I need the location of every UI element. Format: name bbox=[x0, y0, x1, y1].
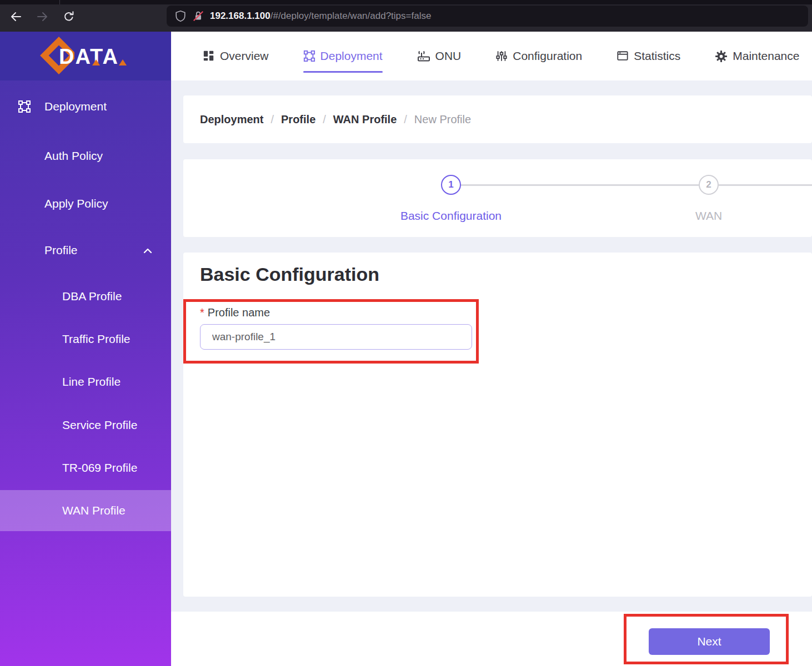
nav-tab-deployment[interactable]: Deployment bbox=[303, 32, 383, 80]
logo-text: DATA bbox=[59, 45, 119, 69]
url-host: 192.168.1.100 bbox=[210, 11, 270, 21]
breadcrumb-separator: / bbox=[270, 113, 274, 126]
sidebar-item-profile[interactable]: Profile bbox=[0, 238, 171, 263]
stepper-connector bbox=[719, 184, 812, 186]
shield-icon[interactable] bbox=[174, 10, 187, 22]
url-path: /#/deploy/template/wan/add?tips=false bbox=[270, 11, 432, 21]
nav-tab-onu[interactable]: ONU bbox=[417, 32, 462, 80]
back-arrow-icon bbox=[9, 10, 23, 23]
top-navigation: Overview Deployment bbox=[171, 32, 812, 80]
nav-tab-statistics[interactable]: Statistics bbox=[616, 32, 680, 80]
step-2-circle: 2 bbox=[699, 175, 719, 195]
sidebar-item-line-profile[interactable]: Line Profile bbox=[0, 370, 171, 394]
deployment-frame-icon bbox=[18, 100, 31, 113]
breadcrumb-separator: / bbox=[323, 113, 326, 126]
breadcrumb-separator: / bbox=[404, 113, 407, 126]
step-2-label: WAN bbox=[642, 209, 775, 223]
next-button[interactable]: Next bbox=[649, 628, 770, 655]
breadcrumb-item-wan-profile[interactable]: WAN Profile bbox=[333, 113, 397, 126]
back-button[interactable] bbox=[8, 8, 24, 25]
brand-header: DATA bbox=[0, 32, 171, 80]
forward-button[interactable] bbox=[34, 8, 51, 25]
nav-tab-maintenance[interactable]: Maintenance bbox=[715, 32, 799, 80]
app-window: 192.168.1.100/#/deploy/template/wan/add?… bbox=[0, 0, 812, 666]
onu-router-icon bbox=[417, 49, 430, 63]
reload-icon bbox=[62, 10, 76, 23]
profile-name-input[interactable] bbox=[200, 324, 472, 350]
sidebar-item-service-profile[interactable]: Service Profile bbox=[0, 413, 171, 437]
nav-tab-configuration[interactable]: Configuration bbox=[495, 32, 582, 80]
sidebar-item-apply-policy[interactable]: Apply Policy bbox=[0, 191, 171, 216]
step-1-label: Basic Configuration bbox=[384, 209, 518, 223]
breadcrumb: Deployment / Profile / WAN Profile / New… bbox=[183, 95, 812, 143]
sidebar-item-wan-profile[interactable]: WAN Profile bbox=[0, 498, 171, 523]
sidebar-item-deployment[interactable]: Deployment bbox=[0, 94, 171, 119]
breadcrumb-item-deployment[interactable]: Deployment bbox=[200, 113, 263, 126]
breadcrumb-item-new-profile: New Profile bbox=[414, 113, 471, 126]
cdata-logo: DATA bbox=[42, 34, 131, 78]
page-title: Basic Configuration bbox=[200, 264, 379, 285]
statistics-window-icon bbox=[616, 50, 629, 62]
step-1-circle: 1 bbox=[441, 175, 461, 195]
logo-triangle-icon bbox=[119, 59, 127, 65]
chevron-up-icon bbox=[142, 245, 153, 256]
wizard-stepper: 1 2 Basic Configuration WAN bbox=[183, 159, 812, 237]
nav-tab-overview[interactable]: Overview bbox=[203, 32, 269, 80]
browser-chrome: 192.168.1.100/#/deploy/template/wan/add?… bbox=[0, 0, 812, 32]
logo-triangle-icon bbox=[92, 59, 100, 65]
maintenance-gear-icon bbox=[715, 50, 728, 63]
required-asterisk: * bbox=[200, 306, 204, 319]
forward-arrow-icon bbox=[36, 10, 49, 23]
url-bar[interactable]: 192.168.1.100/#/deploy/template/wan/add?… bbox=[167, 6, 808, 27]
sidebar-item-dba-profile[interactable]: DBA Profile bbox=[0, 284, 171, 309]
sidebar-item-traffic-profile[interactable]: Traffic Profile bbox=[0, 327, 171, 351]
basic-configuration-panel: Basic Configuration *Profile name bbox=[183, 253, 812, 597]
overview-grid-icon bbox=[203, 50, 215, 62]
main-content: Deployment / Profile / WAN Profile / New… bbox=[171, 80, 812, 666]
sidebar-item-auth-policy[interactable]: Auth Policy bbox=[0, 144, 171, 168]
profile-name-label: *Profile name bbox=[200, 306, 270, 319]
browser-tab-strip bbox=[0, 0, 812, 4]
breadcrumb-item-profile[interactable]: Profile bbox=[281, 113, 315, 126]
deployment-frame-icon bbox=[303, 50, 315, 62]
sidebar: DATA Deployment Auth Policy Apply Policy bbox=[0, 32, 171, 666]
insecure-lock-icon[interactable] bbox=[192, 10, 204, 22]
configuration-sliders-icon bbox=[495, 50, 508, 62]
stepper-connector bbox=[461, 184, 699, 186]
reload-button[interactable] bbox=[61, 8, 77, 25]
url-text: 192.168.1.100/#/deploy/template/wan/add?… bbox=[210, 11, 431, 22]
wizard-footer: Next bbox=[171, 612, 812, 666]
sidebar-item-tr069-profile[interactable]: TR-069 Profile bbox=[0, 456, 171, 480]
